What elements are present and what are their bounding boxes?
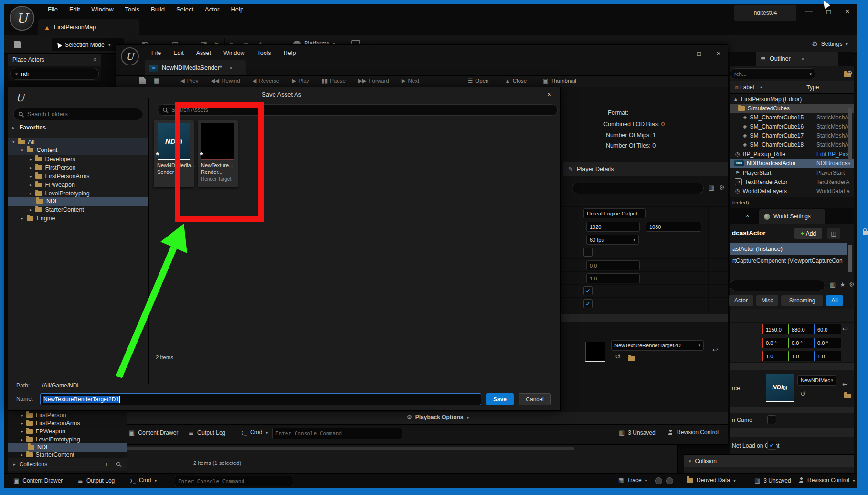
scale-x-field[interactable]: 1.0	[762, 351, 790, 361]
location-y-field[interactable]: 880.0	[788, 324, 815, 334]
ndi-source-dropdown[interactable]: NewNDIMec ▾	[797, 375, 836, 386]
outliner-row[interactable]: ◈ SM_ChamferCube17 StaticMeshA	[730, 131, 854, 140]
playback-options-dropdown[interactable]: ⚙ Playback Options ▾	[407, 414, 469, 420]
height-field[interactable]: 1080	[646, 222, 701, 232]
expand-icon[interactable]: ▸	[21, 437, 23, 442]
trace-dropdown[interactable]: ▦ Trace ▾	[618, 477, 647, 484]
collapse-icon[interactable]: ▾	[21, 148, 23, 152]
tree-item[interactable]: StarterContent	[45, 206, 84, 213]
media-minimize-button[interactable]: —	[677, 50, 684, 57]
ue-logo[interactable]: U	[10, 6, 34, 31]
component-capture-row[interactable]: rtCaptureComponent (ViewportCaptureCon	[730, 255, 847, 267]
table-view-icon[interactable]: ▥	[709, 184, 714, 191]
transport-reverse[interactable]: ◀Reverse	[253, 77, 280, 84]
collections-section[interactable]: ▸ Collections +	[8, 458, 127, 471]
bg-tree-item[interactable]: FirstPerson	[36, 412, 66, 419]
bg-tree-item[interactable]: FPWeapon	[36, 428, 65, 435]
render-target-thumbnail[interactable]	[585, 342, 605, 362]
bg-tree-item[interactable]: FirstPersonArms	[36, 420, 80, 427]
edit-blueprint-link[interactable]: Edit BP_Pick	[816, 151, 849, 158]
media-open-button[interactable]: ☰Open	[468, 77, 488, 84]
selection-mode-dropdown[interactable]: Selection Mode ▾	[52, 38, 124, 51]
tree-item[interactable]: FPWeapon	[45, 182, 75, 188]
width-field[interactable]: 1920	[586, 222, 640, 232]
gear-icon[interactable]: ⚙	[719, 184, 725, 191]
outliner-row[interactable]: ◈ SM_ChamferCube15 StaticMeshA	[730, 113, 854, 122]
tree-item[interactable]: FirstPersonArms	[45, 173, 90, 180]
menu-tools[interactable]: Tools	[125, 6, 139, 13]
bg-tree-item[interactable]: StarterContent	[36, 452, 74, 458]
filter-all-active[interactable]: All	[826, 295, 843, 306]
clear-search-icon[interactable]: ×	[15, 71, 18, 77]
option-checkbox-off[interactable]	[583, 248, 593, 257]
outliner-scrollbar[interactable]	[848, 108, 852, 160]
save-button[interactable]: Save	[486, 393, 514, 405]
world-settings-tab[interactable]: World Settings	[759, 209, 825, 224]
collision-section-header[interactable]: ▾ Collision	[684, 454, 854, 467]
menu-file[interactable]: File	[48, 6, 58, 13]
outliner-row[interactable]: ◎ WorldDataLayers WorldDataLa	[730, 186, 854, 195]
expand-icon[interactable]: ▸	[30, 183, 32, 187]
outliner-tab[interactable]: ≣ Outliner ×	[756, 52, 838, 66]
menu-edit[interactable]: Edit	[69, 6, 80, 13]
media-output-log-button[interactable]: ≣ Output Log	[189, 429, 225, 436]
framerate-dropdown[interactable]: 60 fps ▾	[586, 235, 639, 245]
cmd-dropdown[interactable]: ❯_ Cmd ▾	[130, 477, 157, 484]
panel-close-icon[interactable]: ×	[746, 212, 750, 219]
media-revision-control-button[interactable]: Revision Control	[667, 429, 719, 436]
menu-window[interactable]: Window	[91, 6, 113, 13]
menu-asset[interactable]: Asset	[196, 50, 211, 56]
ndi-source-thumbnail[interactable]: NDI)))	[766, 374, 794, 402]
menu-help[interactable]: Help	[231, 6, 243, 13]
menu-tools[interactable]: Tools	[257, 50, 271, 56]
menu-actor[interactable]: Actor	[205, 6, 219, 13]
save-all-icon[interactable]	[14, 41, 21, 48]
render-target-dropdown[interactable]: NewTextureRenderTarget2D ▾	[611, 340, 704, 351]
open-blueprint-button[interactable]: ◫	[827, 228, 840, 239]
outliner-row[interactable]: ⚑ PlayerStart PlayerStart	[730, 168, 854, 177]
game-checkbox[interactable]	[767, 415, 776, 424]
place-actors-search[interactable]: × ndi	[10, 68, 99, 80]
use-selected-icon[interactable]: ↺	[615, 353, 621, 360]
table-view-icon[interactable]: ▥	[830, 281, 836, 288]
menu-help[interactable]: Help	[284, 50, 296, 56]
expand-icon[interactable]: ▸	[21, 216, 23, 221]
collapse-icon[interactable]: ▾	[12, 140, 15, 144]
insights-icon[interactable]	[655, 477, 662, 484]
media-cmd-dropdown[interactable]: ❯_ Cmd ▾	[241, 429, 268, 436]
outliner-row[interactable]: ◎ BP_Pickup_Rifle Edit BP_Pick	[730, 150, 854, 159]
expand-icon[interactable]: ▸	[21, 421, 23, 426]
media-close-button[interactable]: ×	[717, 50, 720, 57]
expand-icon[interactable]: ▸	[21, 413, 23, 418]
close-button[interactable]: ×	[845, 7, 849, 16]
media-maximize-button[interactable]: □	[697, 50, 701, 57]
transport-next[interactable]: ▶Next	[402, 77, 420, 84]
tree-item-engine[interactable]: Engine	[37, 215, 55, 222]
outliner-settings-icon[interactable]: ⚙	[847, 69, 853, 76]
tree-item[interactable]: LevelPrototyping	[45, 190, 90, 197]
menu-build[interactable]: Build	[151, 6, 165, 13]
add-component-button[interactable]: + Add	[794, 228, 822, 239]
outliner-row[interactable]: ◈ SM_ChamferCube16 StaticMeshA	[730, 122, 854, 131]
outliner-row[interactable]: Tt TextRenderActor TextRenderA	[730, 177, 854, 186]
media-asset-tab[interactable]: ))) NewNDIMediaSender* ×	[145, 60, 246, 75]
option-checkbox-on-2[interactable]: ✓	[583, 299, 593, 308]
expand-icon[interactable]: ▸	[30, 191, 32, 196]
menu-select[interactable]: Select	[176, 6, 193, 13]
media-content-drawer-button[interactable]: ▣ Content Drawer	[129, 429, 178, 436]
outliner-row[interactable]: ◈ SM_ChamferCube18 StaticMeshA	[730, 140, 854, 149]
close-icon[interactable]: ×	[93, 56, 96, 63]
rotation-z-field[interactable]: 0.0 °	[814, 338, 841, 348]
scale-y-field[interactable]: 1.0	[788, 351, 815, 361]
browse-to-asset-icon[interactable]	[628, 356, 635, 361]
tree-item-ndi-selected[interactable]: NDI	[46, 198, 57, 204]
location-z-field[interactable]: 60.0	[814, 324, 841, 334]
details-search[interactable]	[730, 280, 825, 291]
favorites-section[interactable]: ▸ Favorites	[12, 124, 46, 131]
maximize-button[interactable]: □	[826, 8, 831, 16]
unlock-icon[interactable]	[863, 231, 868, 235]
expand-icon[interactable]: ▸	[30, 165, 32, 170]
browse-to-asset-icon[interactable]	[844, 394, 851, 398]
tree-item[interactable]: Developers	[45, 156, 75, 162]
minimize-button[interactable]: —	[805, 7, 813, 15]
